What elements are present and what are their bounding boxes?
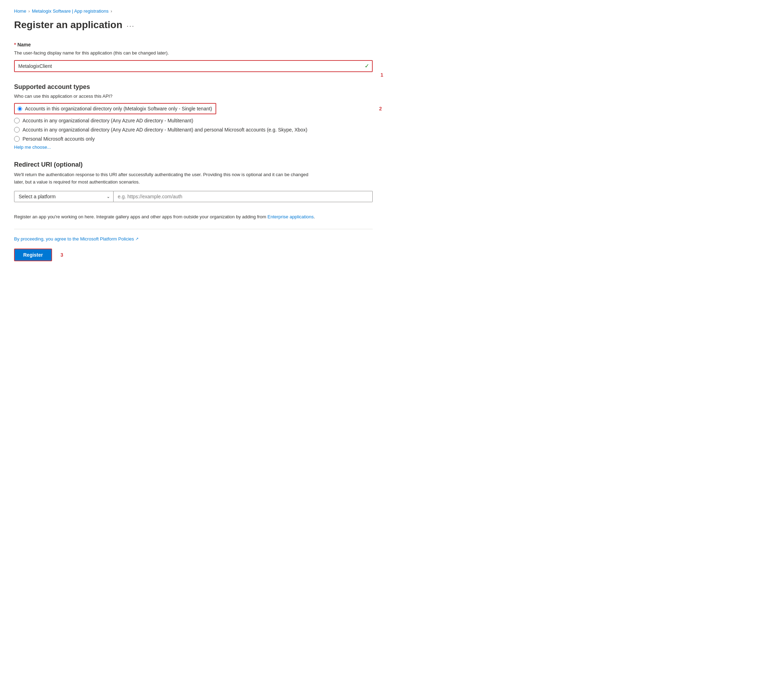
account-types-question: Who can use this application or access t…	[14, 93, 373, 100]
name-input[interactable]	[14, 60, 373, 72]
required-star: *	[14, 42, 16, 47]
radio-option-1-label[interactable]: Accounts in this organizational director…	[25, 106, 212, 112]
radio-option-1[interactable]	[18, 107, 22, 111]
step-2-number: 2	[379, 106, 382, 112]
account-types-section: Supported account types Who can use this…	[14, 83, 373, 150]
name-description: The user-facing display name for this ap…	[14, 50, 373, 57]
policy-link-label: By proceeding, you agree to the Microsof…	[14, 236, 134, 242]
platform-select[interactable]: Select a platform Web Single-page applic…	[14, 191, 113, 202]
breadcrumb-separator-2: ›	[111, 9, 112, 14]
breadcrumb-app-registrations[interactable]: Metalogix Software | App registrations	[32, 8, 108, 14]
page-title: Register an application	[14, 19, 122, 31]
redirect-uri-inputs: Select a platform Web Single-page applic…	[14, 191, 373, 202]
help-me-choose-link[interactable]: Help me choose...	[14, 145, 51, 150]
microsoft-platform-policies-link[interactable]: By proceeding, you agree to the Microsof…	[14, 236, 138, 242]
step-1-number: 1	[380, 72, 383, 78]
radio-option-4[interactable]: Personal Microsoft accounts only	[14, 136, 373, 142]
breadcrumb: Home › Metalogix Software | App registra…	[14, 8, 373, 14]
register-button[interactable]: Register	[14, 248, 52, 261]
breadcrumb-home[interactable]: Home	[14, 8, 27, 14]
radio-option-2-input[interactable]	[14, 118, 20, 123]
name-input-row: ✓ 1	[14, 60, 373, 72]
policy-link-row: By proceeding, you agree to the Microsof…	[14, 236, 373, 242]
divider	[14, 229, 373, 229]
breadcrumb-separator-1: ›	[28, 9, 30, 14]
redirect-uri-description: We'll return the authentication response…	[14, 171, 317, 186]
account-types-title: Supported account types	[14, 83, 373, 91]
radio-option-4-label: Personal Microsoft accounts only	[23, 136, 95, 142]
redirect-uri-section: Redirect URI (optional) We'll return the…	[14, 161, 373, 202]
radio-option-2-label: Accounts in any organizational directory…	[23, 118, 193, 123]
radio-option-4-input[interactable]	[14, 136, 20, 142]
bottom-notice: Register an app you're working on here. …	[14, 213, 373, 221]
radio-group: Accounts in this organizational director…	[14, 103, 373, 142]
redirect-uri-title: Redirect URI (optional)	[14, 161, 373, 168]
external-link-icon: ↗	[135, 237, 138, 241]
register-btn-wrapper: Register	[14, 248, 52, 261]
uri-input[interactable]	[113, 191, 373, 202]
name-input-wrapper: ✓	[14, 60, 373, 72]
name-label-text: Name	[17, 42, 31, 47]
radio-option-3-input[interactable]	[14, 127, 20, 133]
register-btn-row: Register 3	[14, 248, 373, 261]
checkmark-icon: ✓	[365, 63, 369, 69]
name-section: * Name The user-facing display name for …	[14, 42, 373, 72]
bottom-notice-text-before: Register an app you're working on here. …	[14, 214, 268, 219]
step-3-number: 3	[60, 252, 63, 258]
more-options-button[interactable]: ···	[127, 22, 135, 30]
platform-select-wrapper: Select a platform Web Single-page applic…	[14, 191, 113, 202]
radio-option-1-wrapper: Accounts in this organizational director…	[14, 103, 216, 114]
name-field-label: * Name	[14, 42, 373, 47]
bottom-notice-text-after: .	[313, 214, 315, 219]
radio-option-2[interactable]: Accounts in any organizational directory…	[14, 118, 373, 123]
radio-option-3-label: Accounts in any organizational directory…	[23, 127, 307, 133]
radio-option-3[interactable]: Accounts in any organizational directory…	[14, 127, 373, 133]
page-title-row: Register an application ···	[14, 19, 373, 31]
enterprise-applications-link[interactable]: Enterprise applications	[268, 214, 314, 219]
